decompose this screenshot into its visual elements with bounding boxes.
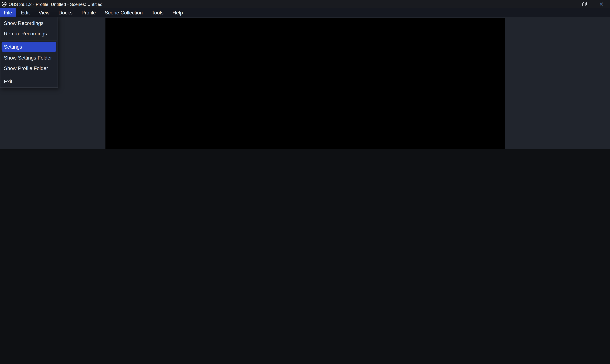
- close-icon: ✕: [599, 1, 604, 7]
- menu-item-scene-collection[interactable]: Scene Collection: [101, 8, 147, 17]
- file-menu-show-recordings[interactable]: Show Recordings: [0, 18, 57, 28]
- menu-separator: [1, 40, 57, 40]
- menu-item-edit[interactable]: Edit: [17, 8, 34, 17]
- menu-item-tools[interactable]: Tools: [148, 8, 167, 17]
- file-menu-show-profile-folder[interactable]: Show Profile Folder: [0, 63, 57, 74]
- preview-canvas[interactable]: [106, 18, 505, 149]
- file-menu-settings[interactable]: Settings: [1, 42, 56, 52]
- menu-item-view[interactable]: View: [35, 8, 53, 17]
- file-menu-show-settings-folder[interactable]: Show Settings Folder: [0, 52, 57, 63]
- obs-main-window: OBS 29.1.2 - Profile: Untitled - Scenes:…: [0, 0, 610, 149]
- menu-item-file[interactable]: File: [0, 8, 16, 17]
- restore-button[interactable]: [576, 0, 593, 8]
- main-area: [0, 17, 610, 149]
- minimize-button[interactable]: —: [559, 0, 576, 8]
- title-bar: OBS 29.1.2 - Profile: Untitled - Scenes:…: [0, 0, 610, 8]
- menu-separator: [1, 75, 57, 75]
- restore-icon: [582, 2, 586, 6]
- obs-logo-icon: [1, 1, 7, 7]
- window-title: OBS 29.1.2 - Profile: Untitled - Scenes:…: [9, 2, 103, 6]
- file-dropdown-menu: Show Recordings Remux Recordings Setting…: [0, 17, 58, 88]
- menu-bar: File Edit View Docks Profile Scene Colle…: [0, 8, 610, 17]
- minimize-icon: —: [565, 1, 570, 5]
- menu-item-profile[interactable]: Profile: [78, 8, 100, 17]
- close-button[interactable]: ✕: [593, 0, 610, 8]
- window-controls: — ✕: [559, 0, 610, 8]
- menu-item-help[interactable]: Help: [169, 8, 187, 17]
- menu-item-docks[interactable]: Docks: [55, 8, 76, 17]
- file-menu-remux-recordings[interactable]: Remux Recordings: [0, 28, 57, 39]
- file-menu-exit[interactable]: Exit: [0, 76, 57, 87]
